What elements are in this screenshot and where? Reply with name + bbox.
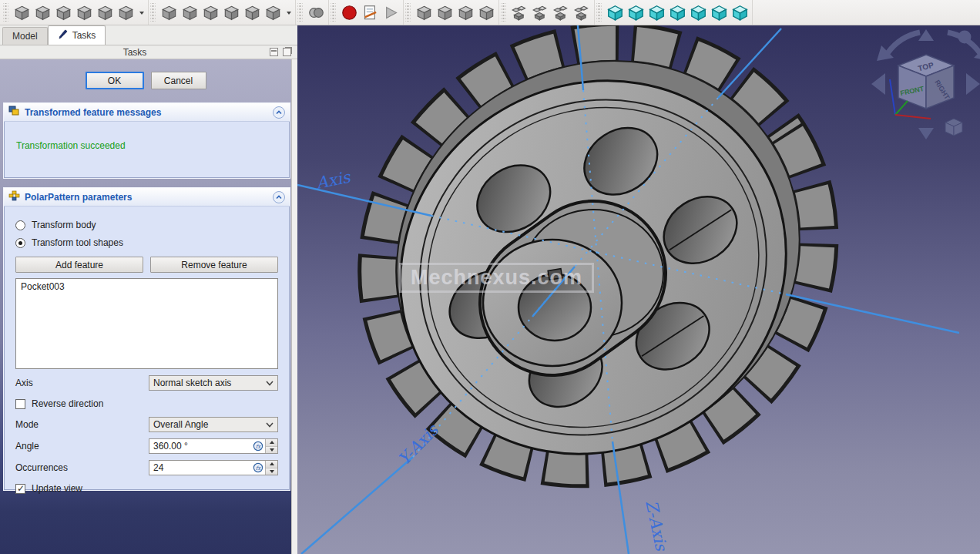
update-view-checkbox-row[interactable]: Update view: [15, 482, 278, 495]
nav-orbit-dot[interactable]: [958, 31, 972, 44]
groove-icon[interactable]: [200, 2, 221, 23]
additive-pipe-icon[interactable]: [74, 2, 95, 23]
additive-helix-icon[interactable]: [95, 2, 116, 23]
macro-edit-icon[interactable]: [360, 2, 381, 23]
dock-window-icon[interactable]: [270, 48, 278, 56]
polar-pattern-icon[interactable]: [551, 2, 572, 23]
axis-select-value: Normal sketch axis: [153, 378, 231, 388]
angle-value[interactable]: 360.00 °: [149, 441, 253, 452]
angle-input[interactable]: 360.00 ° fx: [149, 438, 278, 454]
fillet-icon[interactable]: [414, 2, 435, 23]
view-left-icon[interactable]: [730, 2, 750, 23]
nav-mini-cube[interactable]: [945, 119, 962, 136]
view-bottom-icon[interactable]: [709, 2, 730, 23]
3d-viewport[interactable]: Axis Y-Axis Z-Axis TOP F: [297, 25, 980, 554]
angle-spin-down-button[interactable]: [266, 447, 277, 454]
nav-right-arrow[interactable]: [966, 73, 980, 95]
view-front-icon[interactable]: [626, 2, 646, 23]
radio-transform-body-circle[interactable]: [15, 220, 25, 230]
nav-up-arrow[interactable]: [918, 29, 934, 41]
update-view-checkbox[interactable]: [15, 484, 25, 494]
polarpattern-group-header[interactable]: PolarPattern parameters: [4, 188, 290, 206]
subtractive-loft-icon[interactable]: [221, 2, 242, 23]
pad-icon[interactable]: [12, 2, 32, 23]
toolbar-drag-handle[interactable]: [150, 3, 156, 22]
subtractive-primitive-icon[interactable]: [263, 2, 284, 23]
messages-group-title: Transformed feature messages: [25, 107, 268, 118]
tab-model[interactable]: Model: [2, 27, 48, 45]
tasks-panel-body: OK Cancel Transformed feature messages T…: [0, 59, 297, 554]
linear-pattern-icon[interactable]: [530, 2, 551, 23]
radio-transform-tool-shapes-label: Transform tool shapes: [32, 237, 123, 248]
feature-list[interactable]: Pocket003: [15, 278, 278, 369]
messages-group: Transformed feature messages Transformat…: [3, 102, 290, 179]
toolbar-drag-handle[interactable]: [596, 3, 602, 22]
multitransform-icon[interactable]: [572, 2, 592, 23]
axis-select[interactable]: Normal sketch axis: [149, 375, 278, 391]
toolbar-drag-handle[interactable]: [297, 3, 303, 22]
view-rear-icon[interactable]: [688, 2, 709, 23]
collapse-messages-button[interactable]: [273, 106, 285, 119]
view-axonometric-icon[interactable]: [605, 2, 626, 23]
view-right-icon[interactable]: [667, 2, 688, 23]
chamfer-icon[interactable]: [435, 2, 455, 23]
expression-icon[interactable]: fx: [253, 441, 263, 452]
angle-spin-up-button[interactable]: [266, 439, 277, 447]
angle-label: Angle: [15, 441, 39, 452]
z-axis-label: Z-Axis: [642, 499, 670, 553]
occurrences-value[interactable]: 24: [149, 462, 253, 473]
subtractive-dropdown-arrow-icon[interactable]: [284, 2, 294, 23]
tasks-dock: Model Tasks Tasks OK Cancel Transform: [0, 25, 297, 554]
revolution-icon[interactable]: [32, 2, 53, 23]
nav-left-arrow[interactable]: [871, 73, 885, 95]
view-top-icon[interactable]: [646, 2, 667, 23]
radio-transform-tool-shapes-circle[interactable]: [15, 238, 25, 248]
sidebar-scrollbar[interactable]: [291, 59, 297, 554]
occurrences-spin-down-button[interactable]: [266, 468, 277, 475]
mode-label: Mode: [15, 419, 39, 430]
toolbar-group-boolean: [304, 0, 329, 25]
remove-feature-button[interactable]: Remove feature: [150, 257, 278, 273]
float-window-icon[interactable]: [283, 48, 291, 56]
pocket-icon[interactable]: [159, 2, 180, 23]
gear-model[interactable]: [297, 25, 899, 551]
toolbar-drag-handle[interactable]: [405, 3, 411, 22]
additive-dropdown-arrow-icon[interactable]: [136, 2, 146, 23]
occurrences-input[interactable]: 24 fx: [149, 460, 278, 475]
radio-transform-tool-shapes[interactable]: Transform tool shapes: [15, 235, 278, 250]
panel-title: Tasks: [0, 47, 270, 58]
messages-group-header[interactable]: Transformed feature messages: [4, 103, 290, 122]
add-feature-button[interactable]: Add feature: [15, 257, 143, 273]
expression-icon[interactable]: fx: [253, 462, 263, 473]
subtractive-pipe-icon[interactable]: [242, 2, 263, 23]
nav-down-arrow[interactable]: [918, 128, 934, 139]
reverse-direction-checkbox[interactable]: [15, 399, 25, 409]
navigation-cube[interactable]: TOP FRONT RIGHT: [871, 29, 980, 139]
ok-button[interactable]: OK: [86, 72, 144, 89]
toolbar-group-dress-up: [412, 0, 499, 25]
mode-select[interactable]: Overall Angle: [149, 417, 278, 432]
radio-transform-body[interactable]: Transform body: [15, 217, 278, 233]
collapse-polarpattern-button[interactable]: [273, 191, 285, 203]
reverse-direction-checkbox-row[interactable]: Reverse direction: [15, 397, 278, 411]
macro-record-icon[interactable]: [339, 2, 360, 23]
tab-tasks[interactable]: Tasks: [48, 25, 106, 45]
toolbar-group-partdesign-additive: [10, 0, 149, 25]
toolbar-drag-handle[interactable]: [331, 3, 336, 22]
toolbar-drag-handle[interactable]: [501, 3, 506, 22]
draft-icon[interactable]: [455, 2, 476, 23]
mirrored-icon[interactable]: [509, 2, 530, 23]
macro-execute-icon[interactable]: [381, 2, 401, 23]
feature-list-item[interactable]: Pocket003: [21, 281, 273, 292]
additive-primitive-icon[interactable]: [116, 2, 136, 23]
mode-select-value: Overall Angle: [153, 419, 208, 430]
toolbar-drag-handle[interactable]: [3, 3, 8, 22]
hole-icon[interactable]: [180, 2, 200, 23]
boolean-icon[interactable]: [306, 2, 327, 23]
thickness-icon[interactable]: [476, 2, 497, 23]
pen-icon: [58, 29, 69, 42]
rotate-ccw-arrow[interactable]: [888, 32, 920, 53]
additive-loft-icon[interactable]: [53, 2, 74, 23]
cancel-button[interactable]: Cancel: [151, 72, 206, 89]
occurrences-spin-up-button[interactable]: [266, 461, 277, 468]
